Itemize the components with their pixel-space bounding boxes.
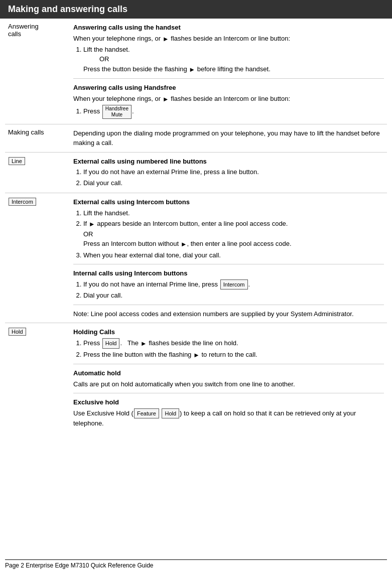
making-calls-label: Making calls: [5, 124, 70, 152]
auto-hold-section: Automatic hold Calls are put on hold aut…: [73, 364, 384, 389]
main-table: Answeringcalls Answering calls using the…: [5, 19, 387, 433]
intercom-content: External calls using Intercom buttons Li…: [70, 193, 387, 323]
hold-button-2[interactable]: Hold: [162, 408, 179, 419]
handset-title: Answering calls using the handset: [73, 23, 384, 33]
handsfree-mute-button[interactable]: HandsfreeMute: [102, 105, 132, 119]
press-button-text: Press the button beside the flashing ► b…: [83, 65, 271, 73]
hold-label: Hold: [5, 323, 70, 433]
intercom-note-section: Note: Line pool access codes and extensi…: [73, 305, 384, 319]
page-title: Making and answering calls: [8, 4, 127, 14]
answering-calls-label: Answeringcalls: [5, 19, 70, 124]
handset-body: When your telephone rings, or ► flashes …: [73, 34, 384, 44]
list-item: Press HandsfreeMute.: [83, 105, 384, 119]
triangle-icon: ►: [193, 351, 200, 359]
or-text: OR: [99, 55, 109, 63]
list-item: When you hear external dial tone, dial y…: [83, 250, 384, 260]
line-steps: If you do not have an external Prime lin…: [83, 167, 384, 188]
handsfree-section: Answering calls using Handsfree When you…: [73, 78, 384, 119]
table-row: Intercom External calls using Intercom b…: [5, 193, 387, 323]
hold-content: Holding Calls Press Hold. The ► flashes …: [70, 323, 387, 433]
list-item: Dial your call.: [83, 291, 384, 301]
footer-text: Page 2 Enterprise Edge M7310 Quick Refer…: [5, 562, 154, 569]
intercom-external-section: External calls using Intercom buttons Li…: [73, 197, 384, 260]
triangle-icon: ►: [89, 220, 95, 228]
line-label: Line: [5, 152, 70, 193]
holding-calls-title: Holding Calls: [73, 327, 384, 337]
intercom-alt-text: Press an Intercom button without ►, then…: [83, 240, 292, 247]
table-row: Making calls Depending upon the dialing …: [5, 124, 387, 152]
making-calls-content: Depending upon the dialing mode programm…: [70, 124, 387, 152]
list-item: Press Hold. The ► flashes beside the lin…: [83, 338, 384, 349]
holding-calls-steps: Press Hold. The ► flashes beside the lin…: [83, 338, 384, 360]
exclusive-hold-body: Use Exclusive Hold (Feature Hold) to kee…: [73, 408, 384, 428]
making-calls-body: Depending upon the dialing mode programm…: [73, 128, 384, 148]
exclusive-hold-section: Exclusive hold Use Exclusive Hold (Featu…: [73, 393, 384, 428]
list-item: If ► appears beside an Intercom button, …: [83, 219, 384, 249]
list-item: If you do not have an external Prime lin…: [83, 167, 384, 177]
handset-steps: Lift the handset. OR Press the button be…: [83, 45, 384, 74]
line-content: External calls using numbered line butto…: [70, 152, 387, 193]
handsfree-title: Answering calls using Handsfree: [73, 83, 384, 93]
handset-section: Answering calls using the handset When y…: [73, 23, 384, 74]
list-item: If you do not have an internal Prime lin…: [83, 279, 384, 290]
list-item: Lift the handset. OR Press the button be…: [83, 45, 384, 74]
line-button[interactable]: Line: [9, 157, 25, 165]
auto-hold-body: Calls are put on hold automatically when…: [73, 379, 384, 389]
handsfree-steps: Press HandsfreeMute.: [83, 105, 384, 119]
or-text: OR: [83, 230, 93, 238]
triangle-icon: ►: [189, 66, 195, 73]
intercom-external-steps: Lift the handset. If ► appears beside an…: [83, 208, 384, 260]
answering-calls-content: Answering calls using the handset When y…: [70, 19, 387, 124]
intercom-note: Note: Line pool access codes and extensi…: [73, 309, 384, 319]
handsfree-body: When your telephone rings, or ► flashes …: [73, 94, 384, 104]
table-row: Line External calls using numbered line …: [5, 152, 387, 193]
auto-hold-title: Automatic hold: [73, 368, 384, 378]
triangle-icon: ►: [141, 340, 147, 347]
content-area: Answeringcalls Answering calls using the…: [0, 19, 392, 433]
hold-inline-button[interactable]: Hold: [102, 338, 120, 349]
holding-calls-section: Holding Calls Press Hold. The ► flashes …: [73, 327, 384, 360]
hold-button[interactable]: Hold: [9, 328, 26, 336]
page-footer: Page 2 Enterprise Edge M7310 Quick Refer…: [5, 559, 387, 569]
triangle-icon: ►: [181, 240, 187, 248]
line-title: External calls using numbered line butto…: [73, 157, 384, 167]
intercom-button[interactable]: Intercom: [9, 198, 36, 206]
intercom-internal-section: Internal calls using Intercom buttons If…: [73, 264, 384, 301]
exclusive-hold-title: Exclusive hold: [73, 397, 384, 407]
intercom-external-title: External calls using Intercom buttons: [73, 197, 384, 207]
table-row: Answeringcalls Answering calls using the…: [5, 19, 387, 124]
list-item: Dial your call.: [83, 178, 384, 188]
triangle-icon: ►: [163, 95, 169, 102]
list-item: Press the line button with the flashing …: [83, 350, 384, 360]
intercom-internal-steps: If you do not have an internal Prime lin…: [83, 279, 384, 301]
intercom-inline-button[interactable]: Intercom: [220, 279, 248, 290]
list-item: Lift the handset.: [83, 208, 384, 218]
feature-button[interactable]: Feature: [134, 408, 159, 419]
intercom-internal-title: Internal calls using Intercom buttons: [73, 268, 384, 278]
triangle-icon: ►: [163, 35, 169, 42]
table-row: Hold Holding Calls Press Hold. The ► fla…: [5, 323, 387, 433]
page-header: Making and answering calls: [0, 0, 392, 19]
intercom-label: Intercom: [5, 193, 70, 323]
